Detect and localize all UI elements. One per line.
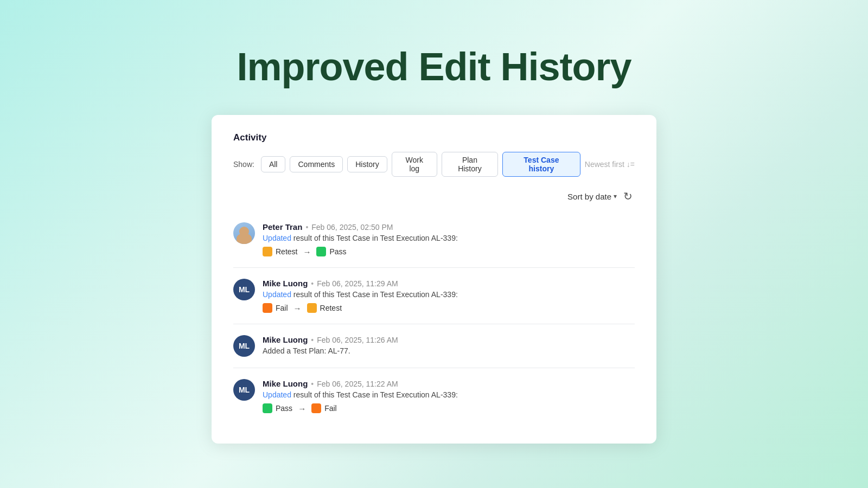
meta-dot: • xyxy=(311,380,314,388)
filter-history[interactable]: History xyxy=(347,156,387,172)
filter-row: Show: All Comments History Work log Plan… xyxy=(233,152,635,177)
activity-content: Mike Luong • Feb 06, 2025, 11:26 AM Adde… xyxy=(263,335,635,355)
to-status: Retest xyxy=(307,303,342,313)
status-flow: Retest → Pass xyxy=(263,247,635,256)
from-status-label: Fail xyxy=(276,304,288,312)
activity-meta: Mike Luong • Feb 06, 2025, 11:29 AM xyxy=(263,279,635,288)
activity-item: ML Mike Luong • Feb 06, 2025, 11:26 AM A… xyxy=(233,324,635,368)
sort-label: Sort by date xyxy=(567,192,611,201)
avatar: ML xyxy=(233,335,255,357)
chevron-down-icon: ▾ xyxy=(614,192,617,200)
filter-planhistory[interactable]: Plan History xyxy=(442,152,498,177)
filter-comments[interactable]: Comments xyxy=(290,156,343,172)
avatar: ML xyxy=(233,379,255,401)
to-status: Pass xyxy=(316,247,346,256)
timestamp: Feb 06, 2025, 02:50 PM xyxy=(311,223,393,232)
activity-label: Activity xyxy=(233,132,635,143)
page-title: Improved Edit History xyxy=(237,44,631,89)
status-dot-orange-red xyxy=(263,303,272,313)
user-name: Peter Tran xyxy=(263,222,302,232)
timestamp: Feb 06, 2025, 11:29 AM xyxy=(317,279,398,288)
refresh-icon: ↻ xyxy=(623,190,633,203)
updated-link[interactable]: Updated xyxy=(263,290,291,299)
filter-worklog[interactable]: Work log xyxy=(392,152,437,177)
timestamp: Feb 06, 2025, 11:22 AM xyxy=(317,380,398,388)
activity-card: Activity Show: All Comments History Work… xyxy=(212,115,656,444)
from-status-label: Pass xyxy=(276,404,292,413)
from-status: Retest xyxy=(263,247,297,256)
filter-all[interactable]: All xyxy=(261,156,286,172)
status-dot-green2 xyxy=(263,403,272,413)
user-name: Mike Luong xyxy=(263,279,308,288)
avatar: ML xyxy=(233,279,255,300)
activity-meta: Mike Luong • Feb 06, 2025, 11:26 AM xyxy=(263,335,635,344)
status-dot-green xyxy=(316,247,326,256)
action-text: result of this Test Case in Test Executi… xyxy=(293,234,458,242)
meta-dot: • xyxy=(311,279,314,288)
meta-dot: • xyxy=(305,223,308,232)
activity-item: Peter Tran • Feb 06, 2025, 02:50 PM Upda… xyxy=(233,211,635,268)
filter-testcasehistory[interactable]: Test Case history xyxy=(502,152,580,177)
status-dot-red xyxy=(311,403,321,413)
action-text: result of this Test Case in Test Executi… xyxy=(293,290,458,299)
status-dot-orange xyxy=(307,303,317,313)
from-status: Pass xyxy=(263,403,292,413)
activity-meta: Peter Tran • Feb 06, 2025, 02:50 PM xyxy=(263,222,635,232)
to-status: Fail xyxy=(311,403,337,413)
activity-description: Updated result of this Test Case in Test… xyxy=(263,390,635,399)
activity-content: Peter Tran • Feb 06, 2025, 02:50 PM Upda… xyxy=(263,222,635,256)
activity-description: Updated result of this Test Case in Test… xyxy=(263,290,635,299)
refresh-button[interactable]: ↻ xyxy=(623,190,633,203)
activity-item: ML Mike Luong • Feb 06, 2025, 11:29 AM U… xyxy=(233,268,635,324)
from-status-label: Retest xyxy=(276,247,297,256)
meta-dot: • xyxy=(311,336,314,344)
action-text: result of this Test Case in Test Executi… xyxy=(293,390,458,399)
arrow-icon: → xyxy=(303,247,311,256)
updated-link[interactable]: Updated xyxy=(263,234,291,242)
to-status-label: Pass xyxy=(329,247,346,256)
activity-content: Mike Luong • Feb 06, 2025, 11:22 AM Upda… xyxy=(263,379,635,413)
updated-link[interactable]: Updated xyxy=(263,390,291,399)
arrow-icon: → xyxy=(293,304,302,313)
sort-by-date-button[interactable]: Sort by date ▾ xyxy=(567,192,617,201)
sort-row: Sort by date ▾ ↻ xyxy=(233,190,635,203)
from-status: Fail xyxy=(263,303,288,313)
avatar xyxy=(233,222,255,244)
timestamp: Feb 06, 2025, 11:26 AM xyxy=(317,336,398,344)
status-dot-yellow xyxy=(263,247,272,256)
user-name: Mike Luong xyxy=(263,379,308,388)
activity-description: Added a Test Plan: AL-77. xyxy=(263,346,635,355)
status-flow: Fail → Retest xyxy=(263,303,635,313)
activity-content: Mike Luong • Feb 06, 2025, 11:29 AM Upda… xyxy=(263,279,635,313)
activity-description: Updated result of this Test Case in Test… xyxy=(263,234,635,242)
arrow-icon: → xyxy=(298,404,306,413)
activity-item: ML Mike Luong • Feb 06, 2025, 11:22 AM U… xyxy=(233,368,635,424)
newest-first-label: Newest first ↓= xyxy=(585,160,635,169)
to-status-label: Retest xyxy=(320,304,342,312)
user-name: Mike Luong xyxy=(263,335,308,344)
to-status-label: Fail xyxy=(324,404,337,413)
show-label: Show: xyxy=(233,160,254,169)
activity-meta: Mike Luong • Feb 06, 2025, 11:22 AM xyxy=(263,379,635,388)
status-flow: Pass → Fail xyxy=(263,403,635,413)
